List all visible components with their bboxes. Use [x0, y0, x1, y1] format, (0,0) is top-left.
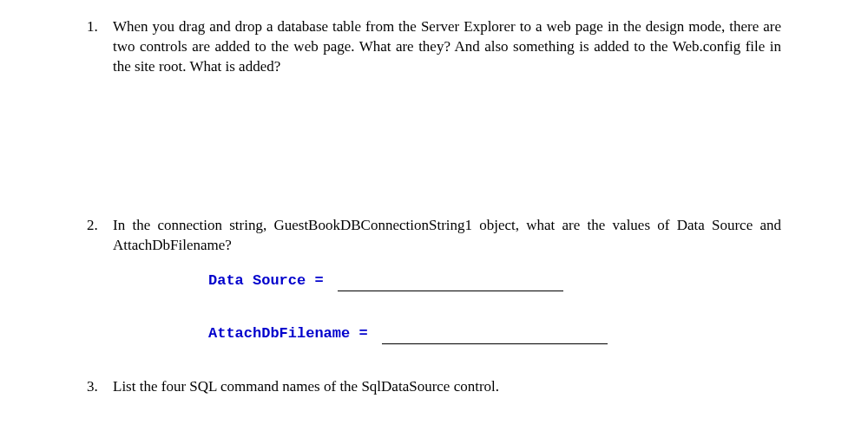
question-2-text: In the connection string, GuestBookDBCon…	[113, 217, 781, 253]
attach-db-label: AttachDbFilename =	[208, 324, 377, 344]
attach-db-blank	[382, 330, 608, 344]
question-list: When you drag and drop a database table …	[87, 17, 781, 397]
data-source-label: Data Source =	[208, 271, 332, 291]
question-1-text: When you drag and drop a database table …	[113, 18, 781, 75]
data-source-field: Data Source =	[208, 271, 781, 291]
question-2: In the connection string, GuestBookDBCon…	[87, 216, 781, 344]
question-3: List the four SQL command names of the S…	[87, 377, 781, 397]
question-3-text: List the four SQL command names of the S…	[113, 378, 499, 395]
data-source-blank	[338, 277, 563, 291]
question-1: When you drag and drop a database table …	[87, 17, 781, 77]
attach-db-field: AttachDbFilename =	[208, 324, 781, 344]
